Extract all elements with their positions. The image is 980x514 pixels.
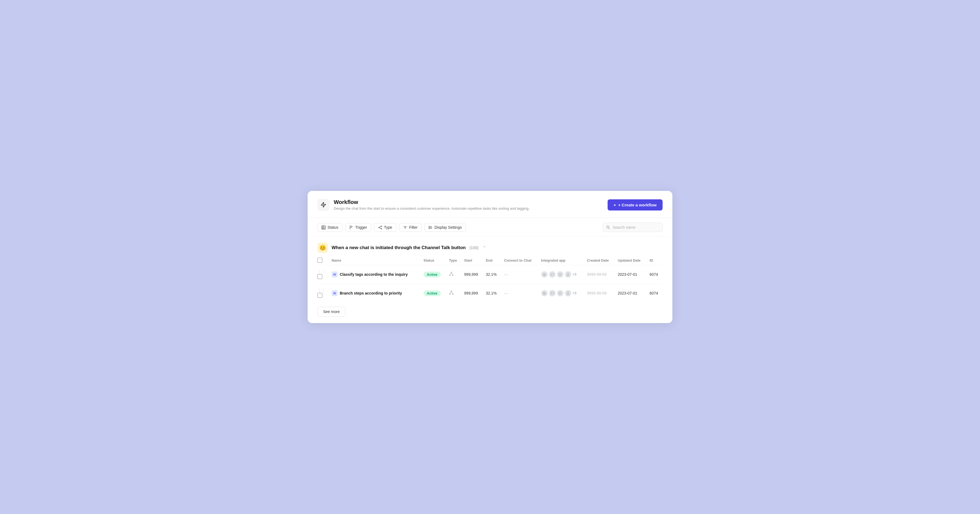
row-created-0: 9999-99-99 bbox=[584, 265, 615, 284]
svg-line-23 bbox=[451, 273, 453, 274]
card-toolbar: Status Trigger bbox=[308, 218, 672, 236]
see-more-button[interactable]: See more bbox=[317, 307, 345, 317]
group-icon: 😊 bbox=[317, 243, 328, 253]
svg-marker-0 bbox=[321, 202, 326, 207]
col-header-updated: Updated Date bbox=[615, 255, 647, 265]
svg-line-32 bbox=[451, 292, 453, 293]
plus-icon: + bbox=[614, 203, 616, 207]
row-created-1: 9999-99-99 bbox=[584, 284, 615, 303]
svg-point-29 bbox=[449, 293, 450, 295]
status-badge-0: Active bbox=[423, 272, 441, 278]
ai-badge-1: AI bbox=[332, 290, 337, 296]
row-status-cell-0: Active bbox=[421, 265, 447, 284]
group-title: When a new chat is initiated through the… bbox=[332, 245, 466, 251]
int-icon-bookmark-1 bbox=[565, 290, 571, 297]
svg-rect-1 bbox=[322, 226, 325, 229]
svg-line-18 bbox=[609, 228, 610, 229]
row-checkbox-0[interactable] bbox=[317, 274, 322, 279]
col-header-start: Start bbox=[461, 255, 483, 265]
svg-point-6 bbox=[379, 227, 379, 228]
see-more-label: See more bbox=[323, 309, 340, 314]
bolt-icon bbox=[320, 202, 326, 208]
row-start-1: 999,999 bbox=[461, 284, 483, 303]
svg-point-30 bbox=[452, 293, 453, 295]
row-updated-0: 2023-07-01 bbox=[615, 265, 647, 284]
display-settings-button[interactable]: Display Settings bbox=[425, 223, 466, 232]
svg-point-7 bbox=[381, 228, 382, 229]
flag-icon bbox=[349, 225, 353, 230]
row-drag-handle: ⋮⋮ bbox=[317, 265, 329, 284]
int-icon-msg-1 bbox=[557, 290, 563, 297]
svg-line-22 bbox=[450, 273, 451, 274]
row-type-cell-0 bbox=[446, 265, 461, 284]
row-name-cell: AI Classify tags according to the inquir… bbox=[329, 265, 421, 284]
card-header: Workflow Design the chat from the start … bbox=[308, 191, 672, 218]
row-type-cell-1 bbox=[446, 284, 461, 303]
svg-point-28 bbox=[451, 290, 452, 292]
row-connect-0: — bbox=[501, 265, 538, 284]
col-header-type: Type bbox=[446, 255, 461, 265]
row-id-0: 6074 bbox=[647, 265, 663, 284]
col-header-connect: Connect to Chat bbox=[501, 255, 538, 265]
col-header-checkbox bbox=[317, 255, 329, 265]
drag-dots-icon[interactable]: ⋮⋮ bbox=[317, 288, 326, 293]
create-workflow-button[interactable]: + + Create a workflow bbox=[608, 199, 663, 211]
svg-point-25 bbox=[544, 274, 544, 274]
svg-point-17 bbox=[607, 226, 609, 228]
row-start-0: 999,999 bbox=[461, 265, 483, 284]
row-drag-handle: ⋮⋮ bbox=[317, 284, 329, 303]
row-connect-1: — bbox=[501, 284, 538, 303]
ai-badge-0: AI bbox=[332, 271, 337, 278]
row-checkbox-1[interactable] bbox=[317, 293, 322, 298]
row-updated-1: 2023-07-01 bbox=[615, 284, 647, 303]
share-icon bbox=[378, 225, 382, 230]
svg-point-33 bbox=[543, 292, 546, 295]
svg-point-5 bbox=[381, 226, 382, 227]
col-header-name: Name bbox=[329, 255, 421, 265]
svg-point-19 bbox=[451, 272, 452, 273]
see-more-wrap: See more bbox=[308, 302, 672, 323]
filter-icon bbox=[403, 225, 407, 230]
filter-button[interactable]: Filter bbox=[399, 223, 422, 232]
col-header-integrated: Integrated app bbox=[538, 255, 584, 265]
int-icon-bookmark-0 bbox=[565, 271, 571, 278]
row-end-0: 32.1% bbox=[483, 265, 501, 284]
status-badge-1: Active bbox=[423, 290, 441, 296]
col-header-status: Status bbox=[421, 255, 447, 265]
workflow-table: Name Status Type Start End Connect to Ch… bbox=[317, 255, 663, 302]
create-workflow-label: + Create a workflow bbox=[618, 203, 657, 207]
search-icon bbox=[606, 225, 610, 230]
group-header: 😊 When a new chat is initiated through t… bbox=[308, 236, 672, 255]
int-icon-smiley-0 bbox=[541, 271, 548, 278]
table-row: ⋮⋮ AI Branch steps according to priority… bbox=[317, 284, 663, 303]
svg-line-31 bbox=[450, 292, 451, 293]
svg-point-20 bbox=[449, 274, 450, 276]
search-input[interactable] bbox=[603, 223, 663, 232]
svg-point-34 bbox=[544, 293, 544, 293]
row-status-cell-1: Active bbox=[421, 284, 447, 303]
list-icon bbox=[428, 225, 433, 230]
int-icon-chat-0 bbox=[549, 271, 555, 278]
select-all-checkbox[interactable] bbox=[317, 258, 322, 263]
int-more-0: +3 bbox=[573, 273, 577, 276]
drag-dots-icon[interactable]: ⋮⋮ bbox=[317, 269, 326, 274]
svg-point-24 bbox=[543, 273, 546, 276]
trigger-filter-button[interactable]: Trigger bbox=[345, 223, 371, 232]
table-wrap: Name Status Type Start End Connect to Ch… bbox=[308, 255, 672, 302]
header-left: Workflow Design the chat from the start … bbox=[317, 198, 530, 211]
chevron-up-icon[interactable]: ⌃ bbox=[483, 245, 486, 251]
type-filter-button[interactable]: Type bbox=[374, 223, 396, 232]
svg-point-26 bbox=[545, 274, 545, 274]
status-filter-button[interactable]: Status bbox=[317, 223, 342, 232]
int-icon-chat-1 bbox=[549, 290, 555, 297]
display-settings-label: Display Settings bbox=[434, 225, 462, 230]
row-integrated-1: +3 bbox=[538, 284, 584, 303]
row-id-1: 6074 bbox=[647, 284, 663, 303]
page-subtitle: Design the chat from the start to ensure… bbox=[334, 206, 530, 211]
table-icon bbox=[321, 225, 326, 230]
svg-line-8 bbox=[379, 226, 381, 227]
svg-line-9 bbox=[379, 228, 381, 228]
main-card: Workflow Design the chat from the start … bbox=[308, 191, 672, 323]
col-header-end: End bbox=[483, 255, 501, 265]
group-count: (100) bbox=[469, 246, 479, 250]
